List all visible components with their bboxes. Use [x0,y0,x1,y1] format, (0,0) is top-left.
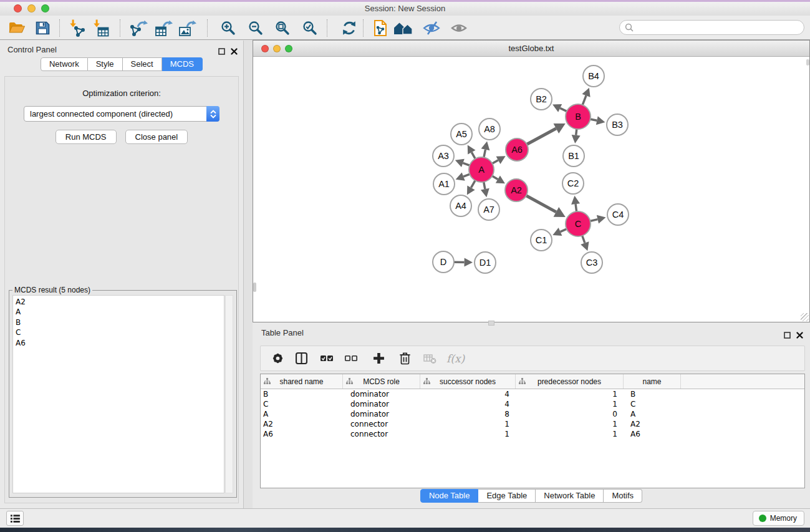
deselect-all-icon[interactable] [344,354,359,363]
add-column-icon[interactable] [371,352,386,364]
table-row[interactable]: Bdominator41B [261,389,804,399]
tab-motifs[interactable]: Motifs [604,489,642,503]
tab-select[interactable]: Select [123,57,162,71]
mcds-result-scrollbar[interactable] [225,295,233,493]
vertical-scroll-thumb-right[interactable] [806,59,809,65]
import-network-icon[interactable] [66,18,87,38]
graph-node-A8[interactable]: A8 [479,118,500,140]
float-table-panel-icon[interactable] [784,330,791,341]
export-table-icon[interactable] [153,18,175,38]
delete-trash-icon[interactable] [397,352,412,365]
network-graph[interactable]: B4B2BB3A8A5A6A3B1AC2A1A2A4A7C4CC1DC3D1 [253,57,809,322]
svg-text:C3: C3 [586,258,598,268]
optimization-criterion-label: Optimization criterion: [5,89,238,98]
network-frame-titlebar[interactable]: testGlobe.txt [253,41,809,57]
graph-node-B4[interactable]: B4 [583,65,604,87]
tab-mcds[interactable]: MCDS [162,57,203,71]
table-cell: A [261,409,343,419]
graph-node-B1[interactable]: B1 [563,145,584,167]
import-table-icon[interactable] [90,18,111,38]
float-panel-icon[interactable] [218,46,225,57]
frame-minimize-button[interactable] [273,45,281,52]
home-icon[interactable] [393,18,414,38]
graph-node-D1[interactable]: D1 [475,252,496,273]
column-header-shared-name[interactable]: shared name [261,374,343,389]
run-mcds-button[interactable]: Run MCDS [55,130,117,144]
close-window-button[interactable] [14,4,22,12]
graph-node-A4[interactable]: A4 [450,195,471,216]
hide-eye-icon[interactable] [421,18,442,38]
mcds-result-item[interactable]: A [13,307,224,317]
mcds-result-list[interactable]: A2ABCA6 [12,295,224,493]
graph-node-B2[interactable]: B2 [531,89,552,110]
open-session-icon[interactable] [6,18,27,38]
table-cell: A2 [624,419,681,429]
zoom-fit-icon[interactable] [272,18,293,38]
graph-node-C3[interactable]: C3 [581,252,602,273]
tab-style[interactable]: Style [88,57,123,71]
svg-text:B: B [575,112,581,122]
memory-button[interactable]: Memory [753,511,804,526]
mcds-result-item[interactable]: A2 [13,297,224,307]
close-panel-button[interactable]: Close panel [125,130,188,144]
refresh-layout-icon[interactable] [339,18,360,38]
graph-node-B3[interactable]: B3 [607,114,628,135]
window-title: Session: New Session [0,2,810,16]
table-cell: B [624,389,681,399]
tab-edge-table[interactable]: Edge Table [478,489,536,503]
graph-node-A5[interactable]: A5 [451,123,472,145]
column-header-name[interactable]: name [624,374,681,389]
tab-network[interactable]: Network [41,57,88,71]
close-panel-icon[interactable] [231,46,238,57]
mcds-result-item[interactable]: B [13,317,224,327]
graph-node-A2[interactable]: A2 [505,179,528,201]
optimization-criterion-dropdown[interactable]: largest connected component (directed) [24,106,219,122]
zoom-out-icon[interactable] [245,18,266,38]
tab-network-table[interactable]: Network Table [536,489,604,503]
zoom-in-icon[interactable] [218,18,239,38]
minimize-window-button[interactable] [27,4,36,12]
graph-node-B[interactable]: B [566,104,591,129]
table-row[interactable]: Cdominator41C [261,399,804,409]
select-all-icon[interactable] [319,354,334,363]
task-history-button[interactable] [6,511,24,526]
svg-text:A4: A4 [455,201,466,211]
frame-resize-grip[interactable] [801,313,809,321]
table-row[interactable]: A6connector11A6 [261,429,804,439]
mcds-result-item[interactable]: C [13,327,224,337]
table-cell: C [624,399,681,409]
graph-node-C1[interactable]: C1 [531,230,552,251]
graph-node-A7[interactable]: A7 [478,199,499,220]
graph-node-A1[interactable]: A1 [433,173,455,195]
vertical-scroll-thumb[interactable] [253,283,256,292]
table-settings-gear-icon[interactable] [270,352,285,364]
table-row[interactable]: Adominator80A [261,409,804,419]
column-header-predecessor-nodes[interactable]: predecessor nodes [516,374,624,389]
column-header-MCDS-role[interactable]: MCDS role [343,374,420,389]
frame-maximize-button[interactable] [285,45,292,52]
dropdown-value: largest connected component (directed) [30,109,173,118]
table-row[interactable]: A2connector11A2 [261,419,804,429]
frame-close-button[interactable] [261,45,269,52]
column-header-successor-nodes[interactable]: successor nodes [420,374,516,389]
mcds-result-group: MCDS result (5 nodes) A2ABCA6 [9,290,237,498]
graph-node-C2[interactable]: C2 [562,173,584,194]
export-network-icon[interactable] [128,18,150,38]
graph-node-C4[interactable]: C4 [607,204,629,225]
save-session-icon[interactable] [32,18,53,38]
graph-node-C[interactable]: C [566,211,591,236]
close-table-panel-icon[interactable] [796,330,803,341]
graph-node-A[interactable]: A [469,157,494,182]
graph-node-A6[interactable]: A6 [506,138,528,161]
tab-node-table[interactable]: Node Table [420,489,479,503]
zoom-selected-icon[interactable] [299,18,321,38]
graph-node-A3[interactable]: A3 [433,145,454,167]
graph-node-D[interactable]: D [433,251,454,273]
maximize-window-button[interactable] [41,4,49,12]
mcds-result-item[interactable]: A6 [13,338,224,348]
search-input[interactable] [619,20,804,35]
clone-network-icon[interactable] [370,18,391,38]
show-columns-icon[interactable] [294,352,309,364]
export-image-icon[interactable] [177,18,198,38]
eye-icon[interactable] [448,18,470,38]
